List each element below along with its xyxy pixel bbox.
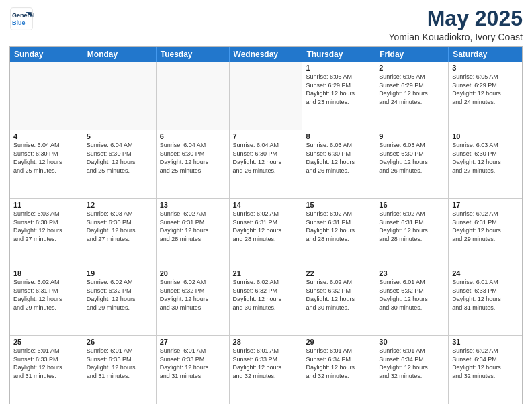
calendar-body: 1Sunrise: 6:05 AM Sunset: 6:29 PM Daylig… [10,62,522,404]
calendar-cell: 23Sunrise: 6:01 AM Sunset: 6:32 PM Dayli… [375,267,449,335]
cell-date: 9 [379,132,445,140]
calendar-row: 4Sunrise: 6:04 AM Sunset: 6:30 PM Daylig… [10,130,522,198]
day-header-sunday: Sunday [10,47,83,62]
day-header-monday: Monday [83,47,157,62]
cell-date: 23 [379,269,445,277]
calendar-cell: 11Sunrise: 6:03 AM Sunset: 6:30 PM Dayli… [10,199,83,267]
day-header-saturday: Saturday [449,47,522,62]
calendar-row: 1Sunrise: 6:05 AM Sunset: 6:29 PM Daylig… [10,62,522,130]
calendar-cell: 25Sunrise: 6:01 AM Sunset: 6:33 PM Dayli… [10,336,83,404]
calendar-cell: 26Sunrise: 6:01 AM Sunset: 6:33 PM Dayli… [83,336,157,404]
calendar-cell: 4Sunrise: 6:04 AM Sunset: 6:30 PM Daylig… [10,130,83,198]
cell-info: Sunrise: 6:02 AM Sunset: 6:31 PM Dayligh… [160,210,226,243]
calendar-row: 18Sunrise: 6:02 AM Sunset: 6:31 PM Dayli… [10,267,522,335]
cell-date: 27 [160,338,226,346]
cell-info: Sunrise: 6:04 AM Sunset: 6:30 PM Dayligh… [87,141,152,175]
calendar-cell: 20Sunrise: 6:02 AM Sunset: 6:32 PM Dayli… [157,267,230,335]
cell-date: 11 [13,201,79,209]
cell-info: Sunrise: 6:04 AM Sunset: 6:30 PM Dayligh… [233,141,299,175]
calendar-cell: 10Sunrise: 6:03 AM Sunset: 6:30 PM Dayli… [449,130,522,198]
calendar-cell: 28Sunrise: 6:01 AM Sunset: 6:33 PM Dayli… [230,336,303,404]
cell-date: 18 [13,269,79,277]
calendar-cell: 29Sunrise: 6:01 AM Sunset: 6:34 PM Dayli… [302,336,375,404]
cell-info: Sunrise: 6:01 AM Sunset: 6:33 PM Dayligh… [87,347,152,380]
calendar-cell: 1Sunrise: 6:05 AM Sunset: 6:29 PM Daylig… [302,62,375,130]
calendar-cell: 16Sunrise: 6:02 AM Sunset: 6:31 PM Dayli… [375,199,449,267]
cell-info: Sunrise: 6:02 AM Sunset: 6:32 PM Dayligh… [233,278,299,312]
cell-info: Sunrise: 6:01 AM Sunset: 6:33 PM Dayligh… [13,347,79,380]
cell-info: Sunrise: 6:02 AM Sunset: 6:34 PM Dayligh… [452,347,519,380]
calendar-cell: 2Sunrise: 6:05 AM Sunset: 6:29 PM Daylig… [375,62,449,130]
calendar-cell [230,62,303,130]
cell-info: Sunrise: 6:05 AM Sunset: 6:29 PM Dayligh… [452,73,519,106]
calendar-cell: 17Sunrise: 6:02 AM Sunset: 6:31 PM Dayli… [449,199,522,267]
calendar-cell: 3Sunrise: 6:05 AM Sunset: 6:29 PM Daylig… [449,62,522,130]
calendar-cell: 13Sunrise: 6:02 AM Sunset: 6:31 PM Dayli… [157,199,230,267]
calendar-cell: 15Sunrise: 6:02 AM Sunset: 6:31 PM Dayli… [302,199,375,267]
day-header-tuesday: Tuesday [157,47,230,62]
cell-info: Sunrise: 6:02 AM Sunset: 6:31 PM Dayligh… [452,210,519,243]
cell-date: 14 [233,201,299,209]
cell-date: 8 [306,132,371,140]
day-headers: SundayMondayTuesdayWednesdayThursdayFrid… [10,47,522,62]
cell-date: 3 [452,64,519,72]
title-block: May 2025 Yomian Kouadiokro, Ivory Coast [389,7,523,42]
cell-date: 26 [87,338,152,346]
subtitle: Yomian Kouadiokro, Ivory Coast [389,32,523,42]
day-header-friday: Friday [375,47,449,62]
cell-info: Sunrise: 6:02 AM Sunset: 6:32 PM Dayligh… [306,278,371,312]
cell-date: 29 [306,338,371,346]
cell-info: Sunrise: 6:03 AM Sunset: 6:30 PM Dayligh… [379,141,445,175]
calendar-cell: 30Sunrise: 6:01 AM Sunset: 6:34 PM Dayli… [375,336,449,404]
calendar-cell [10,62,83,130]
calendar-cell: 21Sunrise: 6:02 AM Sunset: 6:32 PM Dayli… [230,267,303,335]
calendar-cell: 22Sunrise: 6:02 AM Sunset: 6:32 PM Dayli… [302,267,375,335]
cell-date: 21 [233,269,299,277]
cell-date: 20 [160,269,226,277]
cell-info: Sunrise: 6:02 AM Sunset: 6:31 PM Dayligh… [379,210,445,243]
calendar-cell: 12Sunrise: 6:03 AM Sunset: 6:30 PM Dayli… [83,199,157,267]
day-header-wednesday: Wednesday [230,47,303,62]
cell-info: Sunrise: 6:03 AM Sunset: 6:30 PM Dayligh… [13,210,79,243]
cell-info: Sunrise: 6:01 AM Sunset: 6:32 PM Dayligh… [379,278,445,312]
cell-date: 1 [306,64,371,72]
logo-icon: General Blue [9,7,34,31]
cell-date: 5 [87,132,152,140]
cell-info: Sunrise: 6:02 AM Sunset: 6:31 PM Dayligh… [233,210,299,243]
cell-info: Sunrise: 6:03 AM Sunset: 6:30 PM Dayligh… [306,141,371,175]
calendar-cell [157,62,230,130]
cell-date: 28 [233,338,299,346]
cell-date: 19 [87,269,152,277]
cell-date: 15 [306,201,371,209]
calendar-cell: 8Sunrise: 6:03 AM Sunset: 6:30 PM Daylig… [302,130,375,198]
calendar-cell: 14Sunrise: 6:02 AM Sunset: 6:31 PM Dayli… [230,199,303,267]
cell-info: Sunrise: 6:05 AM Sunset: 6:29 PM Dayligh… [379,73,445,106]
calendar-cell: 6Sunrise: 6:04 AM Sunset: 6:30 PM Daylig… [157,130,230,198]
calendar-cell: 18Sunrise: 6:02 AM Sunset: 6:31 PM Dayli… [10,267,83,335]
cell-date: 31 [452,338,519,346]
cell-info: Sunrise: 6:04 AM Sunset: 6:30 PM Dayligh… [160,141,226,175]
cell-date: 13 [160,201,226,209]
cell-info: Sunrise: 6:01 AM Sunset: 6:33 PM Dayligh… [233,347,299,380]
cell-info: Sunrise: 6:02 AM Sunset: 6:32 PM Dayligh… [160,278,226,312]
calendar-cell: 31Sunrise: 6:02 AM Sunset: 6:34 PM Dayli… [449,336,522,404]
cell-info: Sunrise: 6:01 AM Sunset: 6:33 PM Dayligh… [160,347,226,380]
day-header-thursday: Thursday [302,47,375,62]
cell-info: Sunrise: 6:02 AM Sunset: 6:31 PM Dayligh… [306,210,371,243]
logo: General Blue [9,7,34,31]
cell-date: 22 [306,269,371,277]
header: General Blue May 2025 Yomian Kouadiokro,… [9,7,523,42]
cell-date: 30 [379,338,445,346]
cell-info: Sunrise: 6:04 AM Sunset: 6:30 PM Dayligh… [13,141,79,175]
main-title: May 2025 [389,7,523,30]
cell-info: Sunrise: 6:02 AM Sunset: 6:32 PM Dayligh… [87,278,152,312]
calendar-cell: 7Sunrise: 6:04 AM Sunset: 6:30 PM Daylig… [230,130,303,198]
cell-date: 12 [87,201,152,209]
calendar-cell [83,62,157,130]
cell-info: Sunrise: 6:01 AM Sunset: 6:34 PM Dayligh… [306,347,371,380]
cell-info: Sunrise: 6:03 AM Sunset: 6:30 PM Dayligh… [87,210,152,243]
cell-info: Sunrise: 6:02 AM Sunset: 6:31 PM Dayligh… [13,278,79,312]
cell-date: 16 [379,201,445,209]
cell-info: Sunrise: 6:03 AM Sunset: 6:30 PM Dayligh… [452,141,519,175]
cell-info: Sunrise: 6:01 AM Sunset: 6:34 PM Dayligh… [379,347,445,380]
